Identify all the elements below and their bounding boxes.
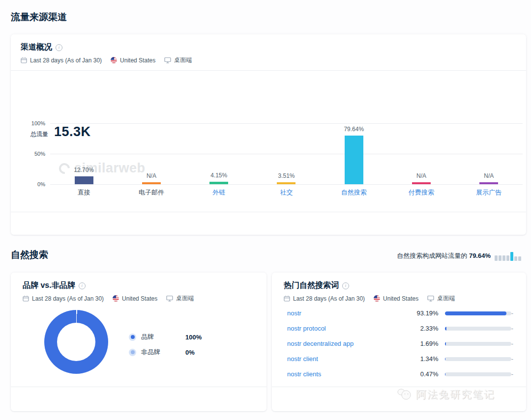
date-filter-label: Last 28 days (As of Jan 30) xyxy=(293,295,365,302)
gridline xyxy=(50,184,523,185)
calendar-icon xyxy=(284,295,290,302)
channels-bar-chart: similarweb 12.70%N/A4.15%3.51%79.64%N/AN… xyxy=(21,123,525,184)
mini-bar xyxy=(499,255,502,261)
bar-category-label[interactable]: 自然搜索 xyxy=(320,188,387,198)
info-icon[interactable]: i xyxy=(79,282,86,289)
channel-overview-card: 渠道概况 i Last 28 days (As of Jan 30) Unite… xyxy=(11,34,526,235)
channel-bar[interactable] xyxy=(142,182,161,184)
us-flag-icon xyxy=(111,57,117,63)
keyword-link[interactable]: nostr clients xyxy=(287,370,413,378)
calendar-icon xyxy=(23,295,29,302)
keyword-row: nostr protocol2.33%- xyxy=(272,321,526,336)
bar-column-2: N/A xyxy=(118,123,185,184)
keyword-trend-value: - xyxy=(511,355,513,363)
keyword-row: nostr93.19%- xyxy=(272,306,526,321)
organic-section-title: 自然搜索 xyxy=(11,249,48,261)
filters-bar: Last 28 days (As of Jan 30) United State… xyxy=(284,294,514,303)
legend-dot-icon xyxy=(129,334,136,341)
y-axis-tick: 50% xyxy=(21,151,45,157)
bar-category-label: 电子邮件 xyxy=(118,188,185,198)
bar-category-label[interactable]: 社交 xyxy=(253,188,320,198)
legend-value: 100% xyxy=(185,334,202,341)
channel-bar[interactable] xyxy=(75,176,93,184)
legend-item[interactable]: 非品牌0% xyxy=(129,348,202,357)
bar-value-label: 12.70% xyxy=(74,167,94,173)
mini-bar xyxy=(495,255,498,261)
organic-summary-text: 自然搜索构成网站流量的 79.64% xyxy=(397,252,491,261)
desktop-icon xyxy=(164,57,171,63)
channel-overview-header: 渠道概况 i Last 28 days (As of Jan 30) Unite… xyxy=(11,34,526,71)
bar-column-1: 12.70% xyxy=(50,123,118,184)
device-filter-label: 桌面端 xyxy=(174,56,192,64)
bar-value-label: 79.64% xyxy=(344,126,364,133)
keyword-link[interactable]: nostr xyxy=(287,309,413,317)
info-icon[interactable]: i xyxy=(56,44,62,51)
keyword-share-bar xyxy=(445,342,511,346)
branded-card-header: 品牌 vs.非品牌 i Last 28 days (As of Jan 30) … xyxy=(11,273,266,307)
card-divider xyxy=(11,212,526,212)
mini-bar xyxy=(510,252,513,261)
desktop-icon xyxy=(166,295,173,302)
mini-bar xyxy=(502,255,505,261)
keyword-row: nostr client1.34%- xyxy=(272,351,526,366)
keyword-share-value: 1.34% xyxy=(413,355,439,363)
legend-label: 非品牌 xyxy=(141,348,185,357)
keywords-card-title: 热门自然搜索词 xyxy=(284,280,339,291)
legend-item[interactable]: 品牌100% xyxy=(129,333,202,341)
info-icon[interactable]: i xyxy=(342,282,349,289)
branded-donut-chart xyxy=(44,310,108,374)
bar-category-label[interactable]: 展示广告 xyxy=(455,188,523,198)
bar-category-label[interactable]: 付费搜索 xyxy=(387,188,455,198)
traffic-channels-page: 流量来源渠道 渠道概况 i Last 28 days (As of Jan 30… xyxy=(0,0,531,420)
bar-value-label: 3.51% xyxy=(278,172,295,179)
date-filter-label: Last 28 days (As of Jan 30) xyxy=(32,295,104,302)
country-filter-label: United States xyxy=(120,57,155,64)
mini-bar xyxy=(514,256,517,261)
keyword-row: nostr decentralized app1.69%- xyxy=(272,336,526,351)
us-flag-icon xyxy=(113,295,119,302)
channel-bar[interactable] xyxy=(209,182,228,184)
legend-value: 0% xyxy=(185,349,195,356)
legend-dot-icon xyxy=(129,349,136,356)
us-flag-icon xyxy=(374,295,380,302)
keyword-row: nostr clients0.47%- xyxy=(272,366,526,382)
keyword-trend-value: - xyxy=(511,370,513,378)
bar-column-6: N/A xyxy=(387,123,455,184)
bar-column-7: N/A xyxy=(455,123,523,184)
keyword-share-bar xyxy=(445,327,511,331)
mini-bar xyxy=(518,256,521,261)
y-axis-tick: 100% xyxy=(21,120,45,126)
desktop-icon xyxy=(427,295,434,302)
keyword-link[interactable]: nostr client xyxy=(287,355,413,363)
card-divider xyxy=(272,387,526,387)
country-filter-label: United States xyxy=(383,295,418,302)
bar-category-label[interactable]: 外链 xyxy=(185,188,253,198)
keyword-share-value: 93.19% xyxy=(413,309,439,317)
channel-bar[interactable] xyxy=(345,136,363,184)
branded-card-title: 品牌 vs.非品牌 xyxy=(23,280,75,291)
bar-column-3: 4.15% xyxy=(185,123,253,184)
device-filter-label: 桌面端 xyxy=(437,294,455,303)
keyword-share-value: 2.33% xyxy=(413,325,439,332)
keyword-share-value: 1.69% xyxy=(413,340,439,347)
y-axis-tick: 0% xyxy=(21,181,45,187)
page-title: 流量来源渠道 xyxy=(11,11,67,24)
keywords-table: nostr93.19%-nostr protocol2.33%-nostr de… xyxy=(272,306,526,382)
keyword-share-value: 0.47% xyxy=(413,370,439,378)
bar-value-label: N/A xyxy=(147,172,156,179)
bar-category-label: 直接 xyxy=(50,188,118,198)
legend-label: 品牌 xyxy=(141,333,185,341)
bar-value-label: N/A xyxy=(416,172,426,179)
keyword-link[interactable]: nostr decentralized app xyxy=(287,340,413,347)
keyword-trend-value: - xyxy=(511,309,513,317)
mini-bar xyxy=(506,255,509,261)
device-filter-label: 桌面端 xyxy=(176,294,194,303)
calendar-icon xyxy=(21,57,27,63)
channel-bar[interactable] xyxy=(412,182,431,184)
keyword-share-bar xyxy=(445,372,511,376)
mini-bars-icon xyxy=(495,252,521,261)
keyword-link[interactable]: nostr protocol xyxy=(287,325,413,332)
channel-bar[interactable] xyxy=(479,182,498,184)
channel-bar[interactable] xyxy=(277,182,295,184)
donut-legend: 品牌100%非品牌0% xyxy=(129,333,202,357)
